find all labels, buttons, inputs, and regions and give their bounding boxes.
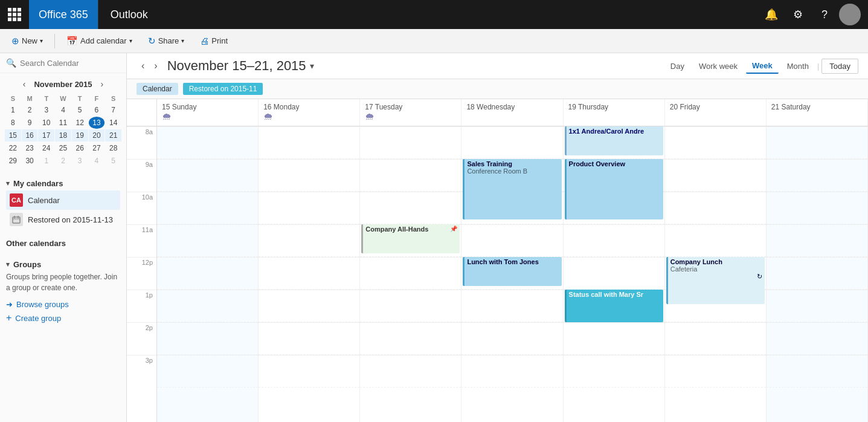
new-button[interactable]: ⊕ New ▾ bbox=[5, 33, 50, 50]
mini-cal-day[interactable]: 7 bbox=[105, 104, 121, 116]
mini-cal-day[interactable]: 22 bbox=[5, 142, 21, 154]
mini-cal-day[interactable]: 25 bbox=[55, 142, 71, 154]
day-header-thu: 19 Thursday bbox=[564, 99, 665, 126]
mini-cal-day[interactable]: 12 bbox=[72, 117, 88, 129]
event-company-lunch[interactable]: Company Lunch Cafeteria ↻ bbox=[666, 257, 765, 304]
mini-cal-day[interactable]: 8 bbox=[5, 117, 21, 129]
mini-cal-day[interactable]: 9 bbox=[22, 117, 38, 129]
event-company-all-hands[interactable]: Company All-Hands 📌 bbox=[361, 224, 460, 253]
waffle-menu-button[interactable] bbox=[0, 0, 29, 29]
calendar-item-calendar[interactable]: CA Calendar bbox=[6, 190, 120, 210]
day-header-sun: 15 Sunday 🌧 bbox=[157, 99, 259, 126]
filter-restored-tag[interactable]: Restored on 2015-11 bbox=[183, 83, 263, 95]
app-name: Outlook bbox=[98, 0, 160, 29]
new-dropdown-icon: ▾ bbox=[40, 37, 43, 44]
mini-cal-day[interactable]: 1 bbox=[5, 104, 21, 116]
mini-cal-day[interactable]: 18 bbox=[55, 129, 71, 141]
time-slot-2p: 2p bbox=[127, 322, 156, 355]
mini-cal-grid: S M T W T F S 1 2 3 4 5 6 7 8 9 10 11 bbox=[5, 94, 121, 167]
mini-cal-prev[interactable]: ‹ bbox=[19, 78, 30, 90]
view-workweek-button[interactable]: Work week bbox=[693, 59, 744, 73]
day-header-mon: 16 Monday 🌧 bbox=[259, 99, 360, 126]
mini-cal-day[interactable]: 26 bbox=[72, 142, 88, 154]
mini-cal-day[interactable]: 5 bbox=[105, 155, 121, 167]
pin-icon: 📌 bbox=[450, 226, 457, 232]
settings-button[interactable]: ⚙ bbox=[786, 2, 810, 27]
view-month-button[interactable]: Month bbox=[781, 59, 815, 73]
other-calendars-section: Other calendars bbox=[0, 232, 126, 253]
search-icon: 🔍 bbox=[6, 58, 16, 68]
event-lunch-tom-jones[interactable]: Lunch with Tom Jones bbox=[463, 257, 561, 286]
notifications-button[interactable]: 🔔 bbox=[759, 2, 783, 27]
search-input[interactable] bbox=[20, 59, 121, 68]
mini-cal-day[interactable]: 4 bbox=[55, 104, 71, 116]
mini-cal-day[interactable]: 1 bbox=[38, 155, 54, 167]
recur-icon: ↻ bbox=[757, 273, 762, 281]
help-button[interactable]: ? bbox=[812, 2, 837, 27]
mini-cal-day[interactable]: 17 bbox=[38, 129, 54, 141]
mini-cal-day[interactable]: 29 bbox=[5, 155, 21, 167]
add-calendar-icon: 📅 bbox=[66, 36, 78, 47]
main-layout: 🔍 ‹ November 2015 › S M T W T F S 1 2 3 bbox=[0, 53, 868, 422]
filter-calendar-tag[interactable]: Calendar bbox=[137, 83, 178, 95]
share-icon: ↻ bbox=[148, 36, 156, 47]
mini-cal-day[interactable]: 14 bbox=[105, 117, 121, 129]
waffle-icon bbox=[8, 8, 21, 21]
time-slot-11a: 11a bbox=[127, 224, 156, 257]
notifications-icon: 🔔 bbox=[765, 8, 778, 21]
mini-cal-today[interactable]: 13 bbox=[89, 117, 105, 129]
day-col-sat bbox=[767, 126, 868, 422]
mini-cal-day[interactable]: 5 bbox=[72, 104, 88, 116]
mini-cal-day[interactable]: 2 bbox=[22, 104, 38, 116]
cal-title[interactable]: November 15–21, 2015 ▾ bbox=[167, 58, 314, 74]
mini-cal-day[interactable]: 28 bbox=[105, 142, 121, 154]
create-group-link[interactable]: + Create group bbox=[6, 311, 120, 325]
calendar-view: ‹ › November 15–21, 2015 ▾ Day Work week… bbox=[127, 53, 868, 422]
event-product-overview[interactable]: Product Overview bbox=[565, 159, 663, 219]
view-week-button[interactable]: Week bbox=[746, 59, 779, 74]
mini-cal-day[interactable]: 11 bbox=[55, 117, 71, 129]
mini-cal-day[interactable]: 16 bbox=[22, 129, 38, 141]
mini-cal-day[interactable]: 10 bbox=[38, 117, 54, 129]
day-col-tue: Company All-Hands 📌 bbox=[360, 126, 461, 422]
calendar-item-restored[interactable]: Restored on 2015-11-13 bbox=[6, 210, 120, 229]
weather-icon-mon: 🌧 bbox=[263, 111, 355, 122]
today-button[interactable]: Today bbox=[821, 59, 858, 74]
calendar-color-box: CA bbox=[10, 193, 23, 207]
cal-next-button[interactable]: › bbox=[149, 58, 162, 74]
help-icon: ? bbox=[821, 8, 828, 21]
browse-groups-link[interactable]: ➜ Browse groups bbox=[6, 298, 120, 311]
mini-cal-day[interactable]: 24 bbox=[38, 142, 54, 154]
mini-cal-day[interactable]: 15 bbox=[5, 129, 21, 141]
mini-cal-day[interactable]: 4 bbox=[89, 155, 105, 167]
mini-cal-day[interactable]: 3 bbox=[38, 104, 54, 116]
share-button[interactable]: ↻ Share ▾ bbox=[141, 33, 191, 50]
time-slot-12p: 12p bbox=[127, 257, 156, 290]
cal-filter-row: Calendar Restored on 2015-11 bbox=[127, 79, 868, 99]
add-calendar-button[interactable]: 📅 Add calendar ▾ bbox=[60, 33, 139, 50]
mini-cal-day[interactable]: 19 bbox=[72, 129, 88, 141]
mini-cal-day[interactable]: 23 bbox=[22, 142, 38, 154]
my-calendars-header[interactable]: ▾ My calendars bbox=[6, 177, 120, 190]
mini-cal-next[interactable]: › bbox=[97, 78, 108, 90]
event-sales-training[interactable]: Sales Training Conference Room B bbox=[463, 159, 561, 219]
groups-header[interactable]: ▾ Groups bbox=[6, 258, 120, 271]
week-grid-container[interactable]: 15 Sunday 🌧 16 Monday 🌧 17 Tuesday 🌧 18 … bbox=[127, 99, 868, 422]
office365-title[interactable]: Office 365 bbox=[29, 0, 98, 29]
mini-cal-day[interactable]: 21 bbox=[105, 129, 121, 141]
my-calendars-section: ▾ My calendars CA Calendar Restored on 2… bbox=[0, 172, 126, 232]
avatar[interactable] bbox=[839, 4, 861, 25]
cal-prev-button[interactable]: ‹ bbox=[137, 58, 149, 74]
mini-cal-day[interactable]: 30 bbox=[22, 155, 38, 167]
mini-cal-day[interactable]: 2 bbox=[55, 155, 71, 167]
mini-cal-header: ‹ November 2015 › bbox=[5, 78, 121, 90]
mini-cal-day[interactable]: 6 bbox=[89, 104, 105, 116]
event-1x1-andrea[interactable]: 1x1 Andrea/Carol Andre bbox=[565, 126, 663, 155]
mini-cal-day[interactable]: 27 bbox=[89, 142, 105, 154]
event-status-call[interactable]: Status call with Mary Sr bbox=[565, 290, 663, 322]
mini-cal-day[interactable]: 20 bbox=[89, 129, 105, 141]
view-day-button[interactable]: Day bbox=[664, 59, 690, 73]
mini-cal-day[interactable]: 3 bbox=[72, 155, 88, 167]
other-calendars-header[interactable]: Other calendars bbox=[6, 236, 120, 250]
print-button[interactable]: 🖨 Print bbox=[193, 33, 234, 49]
